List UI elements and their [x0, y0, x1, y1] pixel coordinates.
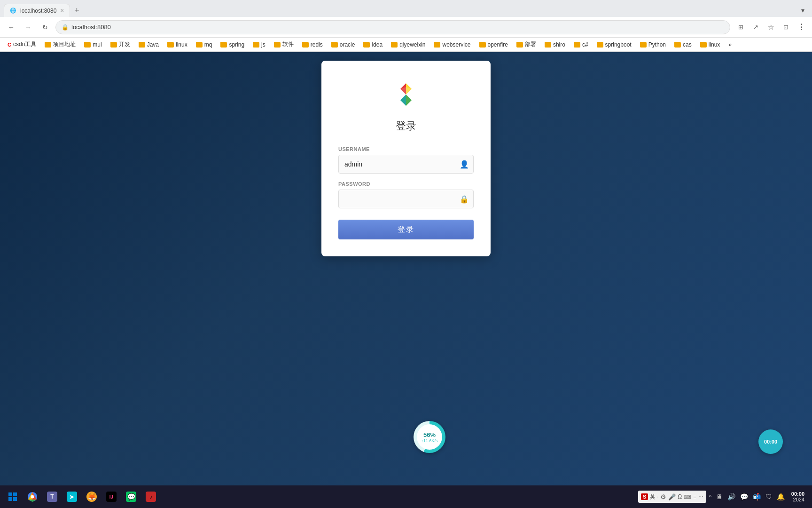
- forward-button[interactable]: →: [22, 21, 35, 34]
- ime-more2[interactable]: ⋯: [698, 494, 703, 500]
- password-group: PASSWORD 🔒: [338, 181, 474, 208]
- taskbar-wechat[interactable]: 💬: [122, 488, 140, 506]
- lock-icon: 🔒: [460, 195, 469, 204]
- folder-icon: [516, 42, 523, 48]
- password-label: PASSWORD: [338, 181, 474, 187]
- bookmark-deploy[interactable]: 部署: [513, 40, 540, 49]
- ime-mic[interactable]: 🎤: [668, 493, 676, 500]
- tab-favicon: 🌐: [10, 8, 16, 14]
- back-button[interactable]: ←: [5, 21, 18, 34]
- folder-icon: [597, 42, 603, 48]
- tray-arrow[interactable]: ^: [707, 488, 713, 506]
- taskbar-app1[interactable]: ➤: [63, 488, 81, 506]
- svg-rect-2: [8, 497, 12, 501]
- ime-lang[interactable]: 英: [650, 493, 655, 500]
- share-icon[interactable]: ↗: [749, 21, 762, 34]
- bookmark-oracle[interactable]: oracle: [328, 40, 359, 49]
- logo-container: [391, 79, 421, 111]
- svg-rect-0: [8, 492, 12, 496]
- bookmark-qiye[interactable]: qiyeweixin: [387, 40, 429, 49]
- bookmark-csharp[interactable]: c#: [570, 40, 592, 49]
- folder-icon: [479, 42, 486, 48]
- folder-icon: [640, 42, 647, 48]
- bookmark-java[interactable]: Java: [135, 40, 163, 49]
- taskbar-foxmail[interactable]: 🦊: [83, 488, 101, 506]
- reload-button[interactable]: ↻: [39, 21, 52, 34]
- bookmark-mq[interactable]: mq: [192, 40, 216, 49]
- cpu-widget[interactable]: 56% ↑11.6K/s: [414, 421, 445, 453]
- bookmark-idea[interactable]: idea: [359, 40, 386, 49]
- bookmark-software[interactable]: 软件: [270, 40, 297, 49]
- bookmark-linux2[interactable]: linux: [696, 40, 724, 49]
- security-icon: 🔒: [62, 24, 69, 31]
- address-bar[interactable]: 🔒 localhost:8080: [55, 20, 730, 34]
- svg-point-6: [31, 495, 34, 499]
- username-input[interactable]: [338, 155, 474, 174]
- cpu-speed: ↑11.6K/s: [421, 438, 437, 443]
- active-tab[interactable]: 🌐 localhost:8080 ✕: [4, 4, 70, 17]
- bookmark-linux1[interactable]: linux: [164, 40, 191, 49]
- nav-bar: ← → ↻ 🔒 localhost:8080 ⊞ ↗ ☆ ⊡ ⋮: [0, 17, 812, 38]
- menu-button[interactable]: ⋮: [794, 21, 807, 34]
- ime-kbd[interactable]: ⌨: [684, 494, 691, 500]
- password-input[interactable]: [338, 190, 474, 208]
- address-text: localhost:8080: [71, 24, 111, 31]
- bookmark-shiro[interactable]: shiro: [541, 40, 569, 49]
- tray-notification[interactable]: 🔔: [775, 488, 787, 506]
- folder-icon: [545, 42, 551, 48]
- folder-icon: [139, 42, 145, 48]
- zoom-icon[interactable]: ⊡: [779, 21, 792, 34]
- ime-settings[interactable]: ⚙: [660, 493, 666, 500]
- bookmark-more[interactable]: »: [725, 40, 735, 49]
- time-widget[interactable]: 00:00: [758, 429, 783, 454]
- tray-msg1[interactable]: 💬: [738, 488, 750, 506]
- folder-icon: [220, 42, 227, 48]
- username-wrapper: 👤: [338, 155, 474, 174]
- bookmark-cas[interactable]: cas: [671, 40, 695, 49]
- taskbar-intellij[interactable]: IJ: [102, 488, 120, 506]
- password-wrapper: 🔒: [338, 190, 474, 208]
- tray-antivirus[interactable]: 🛡: [764, 488, 774, 506]
- tray-network[interactable]: 🖥: [714, 488, 725, 506]
- folder-icon: [574, 42, 580, 48]
- bookmark-webservice[interactable]: webservice: [430, 40, 474, 49]
- bookmark-redis[interactable]: redis: [298, 40, 327, 49]
- login-button[interactable]: 登录: [338, 220, 474, 239]
- start-button[interactable]: [4, 488, 22, 506]
- username-label: USERNAME: [338, 146, 474, 152]
- translate-icon[interactable]: ⊞: [734, 21, 747, 34]
- tab-strip-dropdown[interactable]: ▾: [801, 7, 804, 14]
- browser-chrome: 🌐 localhost:8080 ✕ + ▾ ← → ↻ 🔒 localhost…: [0, 0, 812, 52]
- taskbar-chrome[interactable]: [23, 488, 41, 506]
- ime-more1[interactable]: ≡: [693, 494, 696, 500]
- system-clock[interactable]: 00:00 2024: [788, 491, 808, 502]
- folder-icon: [302, 42, 309, 48]
- folder-icon: [84, 42, 91, 48]
- tray-volume[interactable]: 🔊: [726, 488, 737, 506]
- folder-icon: [363, 42, 370, 48]
- taskbar-teams[interactable]: T: [43, 488, 61, 506]
- tab-close-button[interactable]: ✕: [60, 8, 64, 13]
- cpu-percent: 56%: [423, 431, 436, 438]
- bookmark-icon[interactable]: ☆: [764, 21, 777, 34]
- folder-icon: [45, 42, 51, 48]
- bookmark-mui[interactable]: mui: [80, 40, 105, 49]
- svg-rect-1: [13, 492, 17, 496]
- bookmark-js[interactable]: js: [249, 40, 269, 49]
- bookmarks-bar: C csdn工具 项目地址 mui 开发 Java linux mq: [0, 38, 812, 52]
- new-tab-button[interactable]: +: [70, 4, 83, 17]
- bookmark-kaifa[interactable]: 开发: [107, 40, 134, 49]
- bookmark-csdn[interactable]: C csdn工具: [4, 40, 40, 49]
- bookmark-project[interactable]: 项目地址: [41, 40, 79, 49]
- taskbar-music[interactable]: ♪: [142, 488, 160, 506]
- app-logo: [391, 79, 421, 110]
- bookmark-springboot[interactable]: springboot: [593, 40, 635, 49]
- tray-msg2[interactable]: 📬: [751, 488, 763, 506]
- login-title: 登录: [396, 119, 416, 133]
- clock-date: 2024: [791, 497, 804, 502]
- bookmark-python[interactable]: Python: [636, 40, 670, 49]
- bookmark-spring[interactable]: spring: [217, 40, 248, 49]
- bookmark-openfire[interactable]: openfire: [476, 40, 512, 49]
- ime-dot[interactable]: ·: [657, 494, 658, 500]
- ime-omega[interactable]: Ω: [678, 493, 682, 500]
